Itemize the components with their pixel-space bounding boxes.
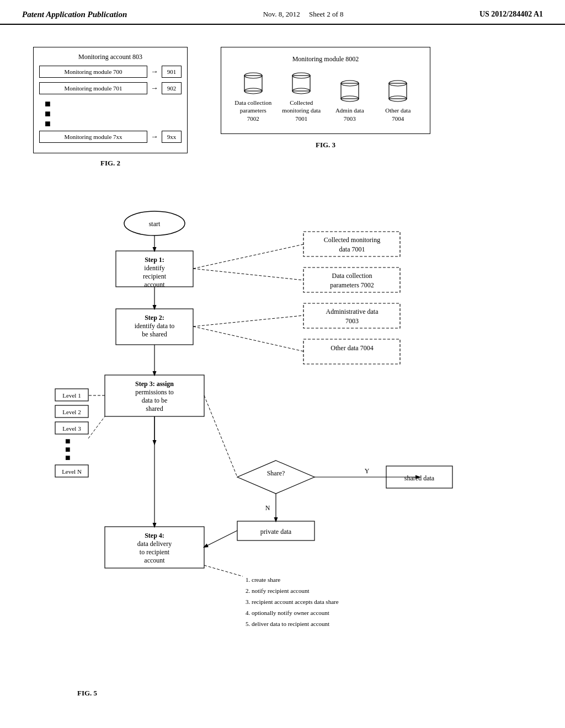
cylinder-3 <box>339 79 360 103</box>
fig2-arrow-2: → <box>151 84 158 93</box>
fig3-icon-group-1: Data collection parameters 7002 <box>234 71 273 122</box>
fig5-label: FIG. 5 <box>77 689 97 698</box>
cylinder-2 <box>291 71 312 95</box>
step3-line1: Step 3: assign <box>135 380 174 388</box>
fig5-svg: start Step 1: identify recipient account… <box>33 201 519 698</box>
header-sheet: Sheet 2 of 8 <box>309 10 343 18</box>
note1: 1. create share <box>246 576 280 583</box>
collected-line2: data 7001 <box>339 245 365 253</box>
note3: 3. recipient account accepts data share <box>246 598 339 605</box>
n-label: N <box>265 504 270 512</box>
fig3-label-1: Data collection parameters 7002 <box>234 99 273 122</box>
collected-line1: Collected monitoring <box>324 236 380 244</box>
private-label: private data <box>260 528 292 536</box>
svg-rect-7 <box>341 83 359 99</box>
fig3-icon-group-4: Other data 7004 <box>379 79 417 122</box>
step2-line2: be shared <box>142 330 167 338</box>
svg-marker-33 <box>237 461 315 494</box>
fig3-icon-group-2: Collected monitoring data 7001 <box>282 71 321 122</box>
svg-line-43 <box>204 565 243 576</box>
svg-line-31 <box>88 416 105 438</box>
header-date: Nov. 8, 2012 <box>263 10 300 18</box>
fig2-box: Monitoring account 803 Monitoring module… <box>33 47 188 153</box>
fig2-row-701: Monitoring module 701 → 902 <box>39 82 182 94</box>
fig3-label: FIG. 3 <box>221 141 430 149</box>
svg-line-36 <box>204 395 237 477</box>
admin-line1: Administrative data <box>326 308 379 315</box>
cylinder-1 <box>243 71 264 95</box>
start-label: start <box>149 220 161 228</box>
note4: 4. optionally notify owner account <box>246 609 329 616</box>
shared-label: shared data <box>404 474 435 482</box>
svg-line-21 <box>193 244 303 269</box>
svg-rect-10 <box>389 83 407 99</box>
fig2-row-7xx: Monitoring module 7xx → 9xx <box>39 131 182 143</box>
step4-line2: data delivery <box>137 540 172 548</box>
fig3-label-2: Collected monitoring data 7001 <box>282 99 321 122</box>
fig2-title: Monitoring account 803 <box>39 53 182 61</box>
step3-line2: permissions to <box>135 388 174 396</box>
level-dots3: ■ <box>65 453 71 462</box>
levelN-label: Level N <box>62 468 82 475</box>
fig2-container: Monitoring account 803 Monitoring module… <box>33 47 188 168</box>
header: Patent Application Publication Nov. 8, 2… <box>0 0 565 25</box>
step2-line1: identify data to <box>135 322 175 330</box>
svg-line-41 <box>204 531 237 547</box>
params-line1: Data collection <box>332 272 372 280</box>
fig2-box-901: 901 <box>162 66 182 78</box>
fig5-container: start Step 1: identify recipient account… <box>33 201 519 698</box>
cylinder-4 <box>387 79 408 103</box>
step4-line1: Step 4: <box>145 532 164 539</box>
header-left-title: Patent Application Publication <box>22 10 127 19</box>
fig2-module-7xx: Monitoring module 7xx <box>39 131 147 143</box>
level3-label: Level 3 <box>62 425 81 432</box>
note5: 5. deliver data to recipient account <box>246 620 329 627</box>
fig3-icons-row: Data collection parameters 7002 Collecte… <box>229 71 422 122</box>
svg-line-23 <box>193 315 303 326</box>
step1-title: Step 1: <box>145 256 164 264</box>
step3-line4: shared <box>146 405 163 413</box>
step1-line1: identify <box>144 264 164 272</box>
fig2-label: FIG. 2 <box>33 159 188 168</box>
fig2-box-9xx: 9xx <box>162 131 182 143</box>
fig2-row-700: Monitoring module 700 → 901 <box>39 66 182 78</box>
main-content: Monitoring account 803 Monitoring module… <box>0 25 565 725</box>
fig3-box: Monitoring module 8002 Data collection p… <box>221 47 430 134</box>
note2: 2. notify recipient account <box>246 587 309 594</box>
fig2-box-902: 902 <box>162 82 182 94</box>
level2-label: Level 2 <box>62 409 81 415</box>
fig2-module-700: Monitoring module 700 <box>39 66 147 78</box>
fig3-label-4: Other data 7004 <box>379 106 417 122</box>
step4-line3: to recipient <box>140 548 170 556</box>
share-question-line1: Share? <box>267 469 285 477</box>
header-patent: US 2012/284402 A1 <box>479 10 543 19</box>
fig2-dots: ■■■ <box>39 99 182 129</box>
header-center: Nov. 8, 2012 Sheet 2 of 8 <box>263 10 344 19</box>
svg-rect-1 <box>244 76 262 91</box>
params-line2: parameters 7002 <box>330 281 374 289</box>
fig3-label-3: Admin data 7003 <box>331 106 369 122</box>
step2-title: Step 2: <box>145 314 164 322</box>
svg-line-24 <box>193 326 303 351</box>
svg-line-22 <box>193 269 303 280</box>
other-line1: Other data 7004 <box>331 344 373 352</box>
svg-rect-4 <box>292 76 310 91</box>
fig2-module-701: Monitoring module 701 <box>39 82 147 94</box>
y-label: Y <box>365 467 370 475</box>
admin-line2: 7003 <box>345 317 359 325</box>
fig3-icon-group-3: Admin data 7003 <box>331 79 369 122</box>
fig3-container: Monitoring module 8002 Data collection p… <box>221 47 430 149</box>
step3-line3: data to be <box>142 397 168 404</box>
fig2-arrow-1: → <box>151 67 158 76</box>
fig3-title: Monitoring module 8002 <box>229 55 422 63</box>
step4-line4: account <box>144 556 165 564</box>
fig2-arrow-3: → <box>151 132 158 141</box>
level1-label: Level 1 <box>62 392 81 399</box>
step1-line2: recipient <box>143 272 167 280</box>
